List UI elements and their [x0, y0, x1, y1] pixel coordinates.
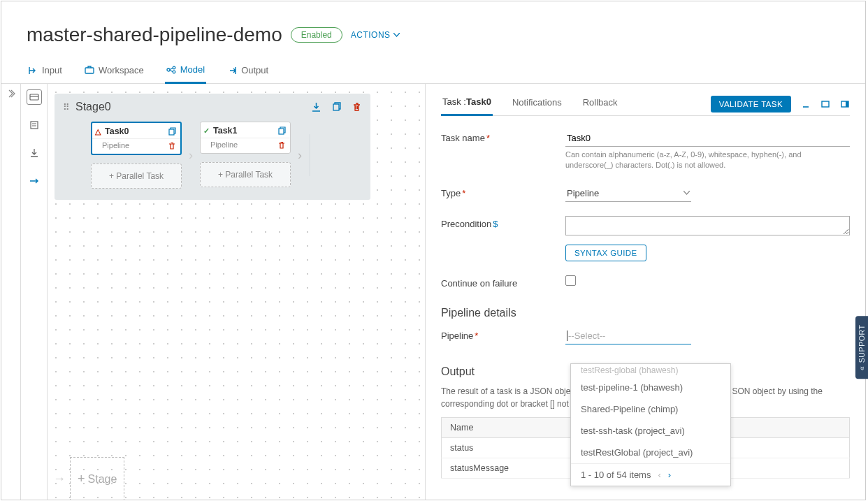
task-card-task1[interactable]: ✓ Task1 Pipeline — [200, 122, 291, 154]
actions-menu[interactable]: ACTIONS — [351, 30, 400, 40]
tab-output-label: Output — [241, 65, 268, 75]
label-task-name: Task name* — [441, 130, 560, 143]
tool-notes[interactable] — [27, 117, 42, 133]
dropdown-item[interactable]: Shared-Pipeline (chimp) — [571, 398, 730, 420]
task-copy-icon[interactable] — [168, 127, 176, 136]
maximize-icon[interactable] — [820, 99, 830, 109]
tab-input-label: Input — [42, 65, 62, 75]
svg-rect-8 — [279, 129, 284, 134]
page-title: master-shared-pipeline-demo — [27, 24, 282, 46]
svg-rect-9 — [822, 101, 829, 107]
arrow-right-icon: → — [53, 472, 66, 486]
model-icon — [166, 65, 176, 75]
input-icon — [28, 66, 38, 75]
add-parallel-task-button[interactable]: + Parallel Task — [200, 162, 291, 187]
pager-text: 1 - 10 of 54 items — [581, 470, 651, 480]
chevron-left-icon: « — [858, 366, 866, 370]
drag-handle-icon[interactable]: ⠿ — [63, 102, 70, 112]
pager-prev-icon[interactable]: ‹ — [658, 470, 660, 480]
add-stage-label: Stage — [88, 473, 117, 486]
svg-point-3 — [173, 71, 175, 73]
continue-on-failure-checkbox[interactable] — [565, 275, 576, 286]
svg-rect-6 — [333, 104, 339, 110]
svg-point-1 — [167, 68, 170, 71]
svg-rect-7 — [169, 129, 174, 135]
type-value: Pipeline — [567, 188, 599, 198]
validate-task-button[interactable]: VALIDATE TASK — [711, 96, 791, 112]
syntax-guide-button[interactable]: SYNTAX GUIDE — [565, 245, 646, 261]
add-stage-button[interactable]: +Stage — [70, 457, 124, 500]
label-type: Type* — [441, 185, 560, 198]
sidebar-collapse-toggle[interactable] — [1, 84, 21, 500]
warning-icon: △ — [95, 127, 101, 136]
tool-import[interactable] — [27, 145, 42, 161]
label-precondition: Precondition$ — [441, 216, 560, 229]
task-name-input[interactable] — [565, 130, 850, 147]
svg-rect-5 — [31, 122, 38, 129]
tool-arrow-right[interactable] — [27, 173, 42, 189]
section-pipeline-details: Pipeline details — [441, 307, 850, 319]
panel-tab-notifications[interactable]: Notifications — [511, 93, 563, 115]
pipeline-select[interactable]: --Select-- — [565, 328, 691, 344]
actions-label: ACTIONS — [351, 30, 391, 40]
panel-tab-prefix: Task : — [442, 96, 466, 107]
task-title: Task0 — [105, 126, 129, 136]
task-card-task0[interactable]: △ Task0 Pipeline — [91, 122, 182, 155]
arrow-right-icon: › — [298, 148, 302, 163]
stage-card: ⠿ Stage0 △ Task0 — [55, 94, 370, 200]
arrow-right-icon: › — [189, 148, 193, 163]
support-label: SUPPORT — [858, 324, 866, 363]
precondition-input[interactable] — [565, 216, 850, 235]
dropdown-item[interactable]: test-ssh-task (project_avi) — [571, 420, 730, 442]
stage-import-icon[interactable] — [311, 102, 321, 112]
minimize-icon[interactable] — [801, 99, 811, 109]
stage-name: Stage0 — [75, 101, 111, 113]
support-tab[interactable]: « SUPPORT — [855, 316, 868, 379]
tab-model-label: Model — [180, 64, 205, 75]
stage-delete-icon[interactable] — [352, 102, 362, 112]
tab-workspace[interactable]: Workspace — [83, 60, 145, 83]
dropdown-item[interactable]: test-pipeline-1 (bhawesh) — [571, 377, 730, 398]
tab-input[interactable]: Input — [27, 60, 64, 83]
dropdown-item[interactable]: testRest-global (bhawesh) — [571, 364, 730, 377]
pager-next-icon[interactable]: › — [668, 470, 671, 480]
panel-tab-task[interactable]: Task :Task0 — [441, 92, 493, 116]
task-title: Task1 — [213, 126, 238, 136]
output-icon — [227, 66, 237, 75]
chevron-down-icon — [393, 33, 400, 37]
task-name-help: Can contain alphanumeric (a-z, A-Z, 0-9)… — [565, 150, 850, 171]
svg-rect-4 — [30, 94, 38, 100]
task-delete-icon[interactable] — [168, 142, 176, 150]
svg-rect-0 — [85, 68, 94, 73]
svg-rect-11 — [846, 101, 848, 107]
task-delete-icon[interactable] — [277, 141, 286, 150]
label-continue-on-failure: Continue on failure — [441, 275, 560, 289]
task-subtype: Pipeline — [210, 140, 238, 149]
add-parallel-task-button[interactable]: + Parallel Task — [91, 164, 182, 189]
stage-copy-icon[interactable] — [331, 102, 342, 112]
dock-icon[interactable] — [840, 99, 850, 109]
task-copy-icon[interactable] — [277, 126, 286, 135]
success-icon: ✓ — [203, 126, 210, 136]
panel-tab-rollback[interactable]: Rollback — [581, 93, 619, 115]
dropdown-item[interactable]: testRestGlobal (project_avi) — [571, 442, 730, 463]
tab-output[interactable]: Output — [226, 60, 270, 83]
panel-tab-taskname: Task0 — [466, 96, 491, 107]
tab-workspace-label: Workspace — [99, 65, 144, 75]
workspace-icon — [85, 66, 94, 75]
status-badge: Enabled — [291, 27, 342, 43]
pipeline-dropdown: testRest-global (bhawesh) test-pipeline-… — [570, 363, 731, 486]
svg-point-2 — [173, 66, 175, 69]
tool-view[interactable] — [27, 89, 42, 105]
pipeline-placeholder: --Select-- — [567, 331, 605, 341]
tab-model[interactable]: Model — [165, 60, 206, 84]
canvas-toolbar — [21, 84, 48, 500]
type-select[interactable]: Pipeline — [565, 185, 691, 202]
chevron-down-icon — [683, 191, 690, 195]
label-pipeline: Pipeline* — [441, 328, 560, 341]
task-subtype: Pipeline — [102, 141, 129, 150]
